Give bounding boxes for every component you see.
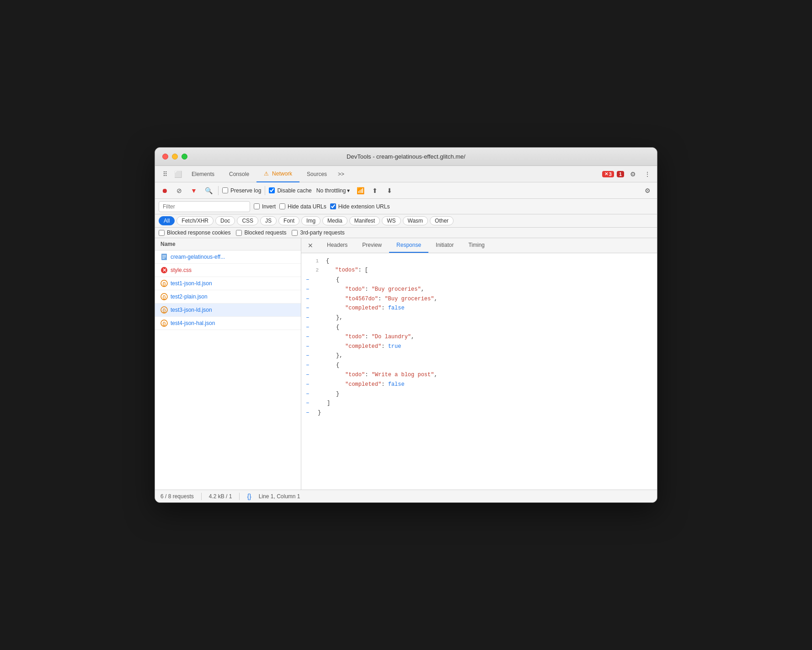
filter-css[interactable]: CSS — [237, 216, 258, 225]
warn-badge[interactable]: 1 — [617, 171, 624, 177]
svg-text:{}: {} — [162, 321, 166, 326]
clear-button[interactable]: ⊘ — [173, 185, 185, 197]
hide-data-urls-input[interactable] — [279, 203, 285, 209]
tab-console[interactable]: Console — [222, 166, 256, 182]
chevron-down-icon: ▾ — [347, 187, 350, 194]
svg-text:{}: {} — [162, 308, 166, 313]
file-name: test4-json-hal.json — [171, 320, 215, 326]
maximize-button[interactable] — [182, 154, 187, 160]
tab-timing[interactable]: Timing — [461, 238, 492, 253]
json-file-icon: {} — [160, 320, 168, 327]
filter-all[interactable]: All — [159, 216, 175, 225]
status-separator — [201, 493, 202, 500]
tab-network[interactable]: ⚠ Network — [256, 166, 299, 182]
code-line: – }, — [301, 313, 657, 323]
list-item[interactable]: ✕ style.css — [155, 264, 301, 277]
close-button[interactable] — [162, 154, 168, 160]
file-name: cream-gelatinous-eff... — [171, 254, 225, 260]
code-line: – } — [301, 408, 657, 418]
divider-1 — [218, 186, 219, 195]
cursor-icon[interactable]: ⠿ — [159, 168, 171, 181]
upload-icon[interactable]: ⬆ — [369, 185, 381, 197]
file-name: style.css — [171, 267, 192, 273]
json-format-icon[interactable]: {} — [247, 493, 251, 500]
tab-preview[interactable]: Preview — [355, 238, 389, 253]
list-item[interactable]: {} test2-plain.json — [155, 290, 301, 304]
more-options-icon[interactable]: ⋮ — [641, 168, 653, 180]
tab-response[interactable]: Response — [389, 238, 428, 253]
close-panel-button[interactable]: ✕ — [305, 240, 316, 251]
blocked-requests-checkbox[interactable]: Blocked requests — [236, 229, 286, 236]
file-name: test2-plain.json — [171, 293, 208, 300]
tab-elements[interactable]: Elements — [184, 166, 222, 182]
svg-text:✕: ✕ — [162, 267, 166, 273]
code-line: – "completed": false — [301, 304, 657, 313]
tab-bar: ⠿ ⬜ Elements Console ⚠ Network Sources >… — [155, 166, 657, 182]
filter-js[interactable]: JS — [260, 216, 277, 225]
filter-img[interactable]: Img — [301, 216, 321, 225]
filter-doc[interactable]: Doc — [215, 216, 235, 225]
code-line: 1 { — [301, 257, 657, 266]
list-item[interactable]: {} test4-json-hal.json — [155, 317, 301, 330]
tab-initiator[interactable]: Initiator — [428, 238, 461, 253]
network-toolbar: ⏺ ⊘ ▼ 🔍 Preserve log Disable cache No th… — [155, 182, 657, 199]
filter-manifest[interactable]: Manifest — [349, 216, 380, 225]
size-info: 4.2 kB / 1 — [209, 493, 232, 500]
network-settings-icon[interactable]: ⚙ — [641, 185, 653, 197]
file-name: test3-json-ld.json — [171, 307, 212, 313]
list-item[interactable]: {} test1-json-ld.json — [155, 277, 301, 290]
filter-icon[interactable]: ▼ — [188, 185, 200, 197]
blocked-cookies-input[interactable] — [159, 230, 165, 236]
filter-other[interactable]: Other — [430, 216, 454, 225]
disable-cache-input[interactable] — [269, 187, 275, 193]
file-list: Name cream-gelatinous-eff... ✕ style.css — [155, 238, 301, 490]
third-party-checkbox[interactable]: 3rd-party requests — [292, 229, 344, 236]
preserve-log-input[interactable] — [222, 187, 228, 193]
code-line: – }, — [301, 351, 657, 361]
filter-ws[interactable]: WS — [382, 216, 401, 225]
list-item[interactable]: cream-gelatinous-eff... — [155, 250, 301, 264]
third-party-input[interactable] — [292, 230, 298, 236]
hide-extension-urls-input[interactable] — [330, 203, 336, 209]
list-item[interactable]: {} test3-json-ld.json — [155, 304, 301, 317]
invert-checkbox[interactable]: Invert — [254, 203, 276, 210]
svg-text:{}: {} — [162, 282, 166, 286]
wifi-icon[interactable]: 📶 — [354, 185, 366, 197]
badge-area: ✕ 3 1 ⚙ ⋮ — [602, 168, 653, 180]
preserve-log-checkbox[interactable]: Preserve log — [222, 187, 261, 194]
response-panel: ✕ Headers Preview Response Initiator Tim… — [301, 238, 657, 490]
download-icon[interactable]: ⬇ — [384, 185, 395, 197]
filter-wasm[interactable]: Wasm — [403, 216, 428, 225]
filter-fetch-xhr[interactable]: Fetch/XHR — [176, 216, 214, 225]
file-list-header: Name — [155, 238, 301, 250]
statusbar: 6 / 8 requests 4.2 kB / 1 {} Line 1, Col… — [155, 490, 657, 502]
hide-extension-urls-checkbox[interactable]: Hide extension URLs — [330, 203, 390, 210]
traffic-lights — [162, 154, 187, 160]
tab-headers[interactable]: Headers — [320, 238, 355, 253]
error-badge[interactable]: ✕ 3 — [602, 171, 614, 177]
disable-cache-checkbox[interactable]: Disable cache — [269, 187, 311, 194]
svg-text:{}: {} — [162, 295, 166, 299]
invert-input[interactable] — [254, 203, 260, 209]
json-file-icon: {} — [160, 293, 168, 300]
settings-gear-icon[interactable]: ⚙ — [627, 168, 639, 180]
throttle-select[interactable]: No throttling ▾ — [315, 186, 352, 195]
code-line: – { — [301, 361, 657, 370]
error-icon: ✕ — [160, 266, 168, 274]
warning-icon: ⚠ — [264, 170, 269, 177]
search-icon[interactable]: 🔍 — [203, 185, 214, 197]
record-button[interactable]: ⏺ — [159, 185, 171, 197]
blocked-requests-input[interactable] — [236, 230, 242, 236]
minimize-button[interactable] — [172, 154, 178, 160]
response-tabs: ✕ Headers Preview Response Initiator Tim… — [301, 238, 657, 253]
filter-font[interactable]: Font — [278, 216, 299, 225]
tab-sources[interactable]: Sources — [299, 166, 334, 182]
hide-data-urls-checkbox[interactable]: Hide data URLs — [279, 203, 326, 210]
tab-more[interactable]: >> — [334, 168, 348, 180]
status-separator — [239, 493, 240, 500]
filter-input[interactable] — [159, 201, 250, 212]
filter-media[interactable]: Media — [322, 216, 347, 225]
blocked-cookies-checkbox[interactable]: Blocked response cookies — [159, 229, 230, 236]
device-icon[interactable]: ⬜ — [171, 168, 184, 181]
file-name: test1-json-ld.json — [171, 280, 212, 287]
